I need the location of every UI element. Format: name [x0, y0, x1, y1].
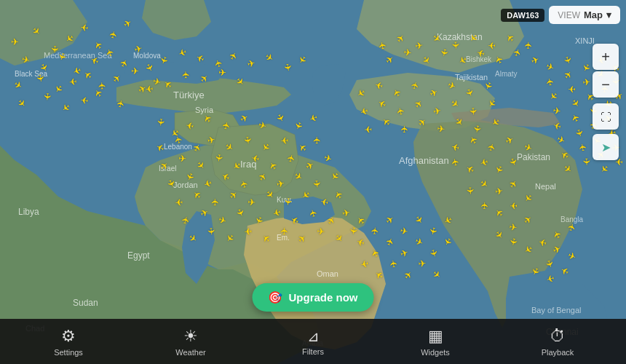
svg-text:Em.: Em.: [277, 234, 290, 242]
zoom-in-button[interactable]: +: [593, 44, 619, 70]
weather-icon: ☀: [183, 327, 198, 346]
svg-text:Nepal: Nepal: [535, 182, 556, 191]
svg-text:Afghanistan: Afghanistan: [399, 155, 449, 166]
svg-text:Mediterranean Sea: Mediterranean Sea: [44, 51, 112, 60]
settings-icon: ⚙: [61, 327, 76, 346]
svg-text:Jordan: Jordan: [173, 181, 198, 189]
playback-label: Playback: [542, 348, 574, 357]
widgets-label: Widgets: [421, 348, 450, 357]
nav-item-widgets[interactable]: ▦ Widgets: [413, 327, 457, 357]
svg-text:Kazakhstan: Kazakhstan: [437, 32, 483, 42]
map-container: Libya Egypt Sudan Chad Syria Lebanon Isr…: [0, 0, 626, 364]
svg-text:Pakistan: Pakistan: [517, 152, 550, 162]
svg-text:Bay of Bengal: Bay of Bengal: [531, 306, 582, 314]
bottom-nav: ⚙ Settings ☀ Weather ⊿ Filters ▦ Widgets…: [0, 319, 626, 364]
svg-text:Bishkek: Bishkek: [466, 55, 492, 63]
filters-icon: ⊿: [307, 328, 320, 345]
settings-label: Settings: [54, 348, 83, 357]
nav-item-filters[interactable]: ⊿ Filters: [291, 328, 335, 356]
upgrade-button[interactable]: 🎯 Upgrade now: [252, 283, 373, 312]
svg-text:Bangla: Bangla: [560, 215, 584, 223]
chevron-down-icon: ▾: [606, 9, 611, 20]
svg-text:Syria: Syria: [195, 106, 214, 114]
view-label: VIEW: [558, 10, 580, 20]
nav-item-weather[interactable]: ☀ Weather: [169, 327, 213, 357]
svg-text:Sudan: Sudan: [73, 298, 98, 308]
view-mode: Map: [584, 9, 603, 20]
widgets-icon: ▦: [428, 327, 443, 346]
weather-label: Weather: [175, 348, 205, 357]
svg-text:Moldova: Moldova: [133, 52, 161, 60]
filters-label: Filters: [302, 347, 324, 356]
flight-counter: DAW163: [501, 9, 544, 22]
expand-button[interactable]: ⛶: [593, 103, 619, 130]
right-controls: + − ⛶ ➤: [593, 44, 619, 160]
compass-button[interactable]: ➤: [593, 134, 619, 160]
playback-icon: ⏱: [550, 327, 566, 346]
top-bar: DAW163 VIEW Map ▾: [501, 6, 620, 24]
svg-text:Black Sea: Black Sea: [15, 70, 47, 78]
nav-item-playback[interactable]: ⏱ Playback: [536, 327, 579, 357]
svg-text:Egypt: Egypt: [127, 250, 150, 261]
svg-text:Iraq: Iraq: [240, 159, 256, 170]
upgrade-icon: 🎯: [268, 290, 282, 304]
svg-text:Türkiye: Türkiye: [173, 90, 205, 100]
svg-text:Tajikistan: Tajikistan: [455, 73, 488, 82]
svg-text:Israel: Israel: [159, 165, 176, 173]
nav-item-settings[interactable]: ⚙ Settings: [47, 327, 90, 357]
view-button[interactable]: VIEW Map ▾: [549, 6, 620, 24]
svg-text:Almaty: Almaty: [495, 70, 518, 78]
svg-text:XINJI: XINJI: [575, 36, 595, 45]
svg-text:Libya: Libya: [18, 207, 39, 217]
upgrade-label: Upgrade now: [288, 291, 357, 304]
svg-text:Lebanon: Lebanon: [164, 143, 192, 151]
zoom-out-button[interactable]: −: [593, 71, 619, 98]
svg-text:Kuw.: Kuw.: [277, 196, 293, 204]
svg-text:Oman: Oman: [317, 269, 338, 278]
